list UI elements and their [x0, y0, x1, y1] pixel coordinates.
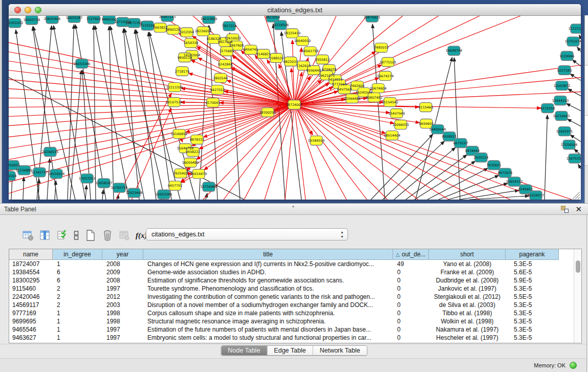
- table-cell: 5.3E-5: [506, 334, 559, 342]
- column-header-name[interactable]: name: [9, 249, 53, 260]
- citation-graph[interactable]: 1872400776638229860128591295418226058818…: [9, 16, 581, 200]
- graph-node-label: 15154542: [382, 100, 398, 104]
- table-selector-dropdown[interactable]: citations_edges.txt ▲▼: [146, 228, 348, 240]
- table-cell: Estimation of significance thresholds fo…: [143, 276, 393, 285]
- column-header-title[interactable]: title: [143, 249, 393, 260]
- table-row[interactable]: 1872400712008Changes of HCN gene express…: [9, 260, 574, 268]
- graph-node-label: 16640910: [294, 39, 311, 43]
- graph-node-label: 9227343: [557, 69, 572, 73]
- graph-node-label: 2803144: [213, 76, 228, 80]
- graph-node-label: 20691406: [44, 17, 60, 21]
- graph-node-label: 7955812: [315, 58, 330, 62]
- graph-node-label: 14055724: [24, 18, 40, 22]
- select-columns-icon[interactable]: [55, 229, 69, 242]
- table-tabs: Node TableEdge TableNetwork Table: [221, 345, 367, 356]
- graph-node-label: 12342737: [31, 170, 48, 174]
- graph-node-label: 15716485: [201, 185, 217, 189]
- show-column-icon[interactable]: [38, 229, 52, 242]
- table-cell: Embryonic stem cells: a model to study s…: [143, 334, 393, 342]
- graph-node-label: 10224577: [528, 193, 544, 198]
- graph-node-label: 11156889: [16, 168, 32, 172]
- graph-node-label: 12610022: [225, 36, 241, 40]
- table-row[interactable]: 2242004622012Investigating the contribut…: [9, 293, 574, 301]
- table-cell: 5.3E-5: [506, 309, 559, 317]
- table-cell: Yano et al. (2008): [429, 260, 506, 268]
- graph-node-label: 16210643: [553, 114, 570, 118]
- table-cell: Tourette syndrome. Phenomenology and cla…: [143, 285, 393, 293]
- table-cell: Stergiakouli et al. (2012): [429, 293, 506, 301]
- float-window-icon[interactable]: [561, 206, 569, 213]
- graph-node-label: 14519914: [48, 172, 64, 176]
- table-row[interactable]: 977716911998Corpus callosum shape and si…: [9, 309, 574, 317]
- graph-node-label: 19166852: [171, 132, 187, 136]
- node-table: namein_degreeyeartitle△out_de...shortpag…: [9, 249, 582, 343]
- import-table-icon[interactable]: [118, 229, 131, 242]
- network-window[interactable]: citations_edges.txt 18724007766382298601…: [9, 4, 581, 200]
- graph-node-label: 17016504: [561, 143, 577, 147]
- graph-node-label: 16961758: [302, 49, 318, 53]
- graph-node-label: 8454749: [244, 48, 258, 52]
- graph-node-label: 12213399: [166, 85, 183, 90]
- network-canvas[interactable]: 1872400776638229860128591295418226058818…: [9, 16, 581, 200]
- split-divider-handle-icon[interactable]: ▴: [292, 204, 294, 208]
- table-mode-icon[interactable]: [21, 229, 35, 242]
- table-row[interactable]: 946362711997Embryonic stem cells: a mode…: [9, 334, 574, 342]
- network-window-titlebar[interactable]: citations_edges.txt: [9, 4, 581, 16]
- graph-node-label: 16914479: [190, 172, 207, 176]
- table-selector-value: citations_edges.txt: [151, 231, 205, 238]
- graph-node-label: 17957253: [79, 177, 95, 181]
- table-cell: 2: [53, 293, 102, 301]
- table-cell: Wolkin et al. (1998): [429, 317, 506, 325]
- table-cell: 0: [393, 309, 429, 317]
- table-cell: Nakamura et al. (1997): [429, 325, 506, 334]
- graph-node-label: 10807482: [366, 96, 382, 100]
- table-row[interactable]: 969969511998Structural magnetic resonanc…: [9, 317, 574, 325]
- column-header-year[interactable]: year: [102, 249, 143, 260]
- tab-network-table[interactable]: Network Table: [313, 346, 367, 355]
- table-cell: 9463627: [9, 334, 53, 342]
- close-icon[interactable]: ✕: [575, 205, 582, 214]
- vertical-scrollbar[interactable]: [574, 249, 581, 343]
- table-cell: 0: [393, 268, 429, 276]
- table-cell: Structural magnetic resonance image aver…: [143, 317, 393, 325]
- graph-node-label: 8427552: [210, 88, 225, 92]
- table-row[interactable]: 946554611997Estimation of the future num…: [9, 325, 574, 334]
- table-row[interactable]: 1938455462009Genome-wide association stu…: [9, 268, 574, 276]
- graph-node-label: 16648794: [446, 49, 462, 53]
- column-header-pagerank[interactable]: pagerank: [506, 249, 559, 260]
- graph-node-label: 6679197: [453, 141, 468, 145]
- graph-node-label: 3175685: [220, 49, 234, 53]
- graph-node-label: 15692971: [556, 129, 573, 134]
- table-cell: Dudbridge et al. (2008): [429, 276, 506, 285]
- scrollbar-thumb[interactable]: [576, 260, 580, 273]
- delete-columns-icon[interactable]: [101, 229, 114, 242]
- memory-ok-indicator-icon[interactable]: [570, 362, 577, 369]
- table-cell: 0: [393, 325, 429, 334]
- graph-node-label: 16099489: [182, 161, 199, 165]
- table-row[interactable]: 1830029562008Estimation of significance …: [9, 276, 574, 285]
- table-cell: 22420046: [9, 293, 53, 301]
- table-cell: 5.3E-5: [506, 301, 559, 309]
- graph-node-label: 18226058: [195, 29, 211, 33]
- graph-node-label: 9146821: [256, 52, 271, 56]
- column-header-out_de[interactable]: △out_de...: [393, 249, 429, 260]
- graph-node-label: 9474444: [465, 149, 480, 153]
- table-cell: 9777169: [9, 309, 53, 317]
- tab-edge-table[interactable]: Edge Table: [267, 346, 313, 355]
- column-header-short[interactable]: short: [429, 249, 506, 260]
- graph-node-label: 7857224: [222, 24, 236, 28]
- network-view-area: citations_edges.txt 18724007766382298601…: [0, 0, 588, 203]
- graph-node-label: 20564486: [344, 97, 360, 101]
- graph-node-label: 16033809: [201, 17, 217, 21]
- graph-node-label: 6497568: [337, 87, 352, 92]
- graph-node-label: 2935114: [474, 156, 488, 160]
- new-column-icon[interactable]: [84, 229, 97, 242]
- table-cell: 5.3E-5: [506, 325, 559, 334]
- graph-node-label: 1362615: [296, 64, 311, 68]
- table-row[interactable]: 1456911722003Disruption of a novel membe…: [9, 301, 574, 309]
- column-header-in_degree[interactable]: in_degree: [53, 249, 102, 260]
- table-cell: 0: [393, 276, 429, 285]
- tab-node-table[interactable]: Node Table: [221, 346, 267, 355]
- table-row[interactable]: 911546021997Tourette syndrome. Phenomeno…: [9, 285, 574, 293]
- row-height-icon[interactable]: [72, 229, 80, 242]
